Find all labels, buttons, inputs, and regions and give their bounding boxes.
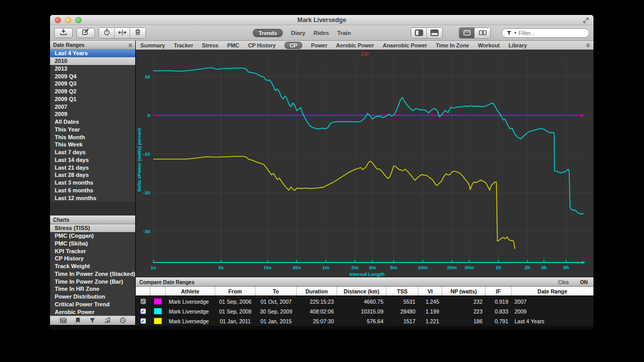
- view-train[interactable]: Train: [337, 30, 351, 36]
- clear-button[interactable]: Clea: [558, 279, 569, 285]
- list-item[interactable]: 2007: [50, 103, 135, 110]
- bookmark-icon[interactable]: [75, 316, 81, 325]
- list-item[interactable]: PMC (Skiba): [50, 240, 135, 248]
- trash-button[interactable]: [130, 28, 146, 38]
- layout-toggle-group: [459, 27, 491, 39]
- content: Date Ranges ≡ Last 4 Years201020132009 Q…: [50, 41, 593, 330]
- download-button[interactable]: [54, 28, 73, 38]
- charts-header-label: Charts: [53, 217, 70, 223]
- list-item[interactable]: Last 3 months: [50, 179, 135, 187]
- list-item[interactable]: CP History: [50, 255, 135, 262]
- cell-distance: 4660.75: [337, 299, 387, 305]
- table-icon[interactable]: [60, 316, 67, 325]
- list-item[interactable]: Last 4 Years: [50, 50, 135, 57]
- trash-icon: [135, 28, 141, 38]
- row-checkbox[interactable]: ✓: [140, 318, 146, 324]
- list-item[interactable]: 2009 Q4: [50, 72, 135, 80]
- close-icon[interactable]: [55, 17, 61, 23]
- toggle-bottom-panel-button[interactable]: [427, 28, 442, 38]
- expand-icon[interactable]: [583, 17, 589, 26]
- toolbar-right: ▼: [411, 27, 589, 39]
- tab-anaerobic-power[interactable]: Anaerobic Power: [383, 42, 427, 48]
- row-checkbox[interactable]: ✓: [140, 299, 146, 304]
- list-item[interactable]: Time In Power Zone (Stacked): [50, 270, 135, 278]
- cell-from: 01 Jan, 2011: [215, 318, 255, 324]
- tabbar-menu-icon[interactable]: ≡: [586, 42, 590, 49]
- list-item[interactable]: This Year: [50, 126, 135, 134]
- tab-summary[interactable]: Summary: [140, 42, 165, 48]
- tab-time-in-zone[interactable]: Time In Zone: [436, 42, 470, 48]
- cell-from: 01 Sep, 2008: [215, 308, 255, 315]
- tab-workout[interactable]: Workout: [478, 42, 500, 48]
- tab-library[interactable]: Library: [509, 42, 527, 48]
- table-row[interactable]: ✓Mark Liversedge01 Sep, 200601 Oct, 2007…: [136, 297, 593, 306]
- menu-icon[interactable]: ≡: [128, 43, 132, 48]
- list-item[interactable]: 2009 Q3: [50, 80, 135, 88]
- row-checkbox[interactable]: ✓: [140, 308, 146, 314]
- column-header: To: [255, 287, 297, 295]
- zoom-window-icon[interactable]: [75, 17, 82, 23]
- tab-power[interactable]: Power: [311, 42, 328, 48]
- list-item[interactable]: KPI Tracker: [50, 247, 135, 255]
- list-item[interactable]: This Month: [50, 133, 135, 141]
- list-item[interactable]: 2013: [50, 65, 135, 73]
- list-item[interactable]: Track Weight: [50, 262, 135, 270]
- chart-icon[interactable]: [104, 316, 111, 325]
- view-trends[interactable]: Trends: [253, 29, 283, 37]
- list-item[interactable]: 2010: [50, 57, 135, 65]
- stopwatch-button[interactable]: [99, 28, 115, 38]
- list-item[interactable]: PMC (Coggan): [50, 232, 135, 240]
- tab-aerobic-power[interactable]: Aerobic Power: [336, 42, 374, 48]
- filter-input[interactable]: [519, 30, 575, 36]
- compare-table-header: AthleteFromToDurationDistance (km)TSSVIN…: [136, 287, 593, 297]
- list-item[interactable]: Time In HR Zone: [50, 285, 135, 293]
- list-item[interactable]: Last 28 days: [50, 171, 135, 179]
- compare-table-body: ✓Mark Liversedge01 Sep, 200601 Oct, 2007…: [136, 297, 593, 326]
- tabbed-view-icon: [479, 28, 487, 38]
- list-item[interactable]: All Dates: [50, 118, 135, 126]
- list-item[interactable]: Last 12 months: [50, 194, 135, 202]
- view-switcher: TrendsDiaryRidesTrain: [253, 29, 351, 37]
- table-row[interactable]: ✓Mark Liversedge01 Sep, 200830 Sep, 2009…: [136, 306, 593, 316]
- split-view-button[interactable]: [115, 28, 130, 38]
- sidebar-gap: [50, 202, 135, 216]
- list-item[interactable]: 2009: [50, 110, 135, 118]
- tab-cp[interactable]: CP: [284, 42, 302, 49]
- clock-icon[interactable]: [120, 316, 126, 325]
- tab-pmc[interactable]: PMC: [227, 42, 239, 48]
- x-axis-arrow-icon: [582, 261, 585, 264]
- list-item[interactable]: 2009 Q1: [50, 95, 135, 103]
- toggle-left-panel-button[interactable]: [411, 28, 427, 38]
- list-item[interactable]: This Week: [50, 141, 135, 149]
- list-item[interactable]: Last 14 days: [50, 156, 135, 164]
- table-row[interactable]: ✓Mark Liversedge01 Jan, 201101 Jan, 2015…: [136, 316, 593, 326]
- cell-tss: 5531: [387, 299, 418, 305]
- list-item[interactable]: 2009 Q2: [50, 88, 135, 95]
- tabbed-view-button[interactable]: [475, 28, 490, 38]
- toolbar: TrendsDiaryRidesTrain ▼: [50, 25, 593, 41]
- list-item[interactable]: Last 21 days: [50, 163, 135, 171]
- list-item[interactable]: Stress (TISS): [50, 224, 135, 232]
- list-item[interactable]: Time In Power Zone (Bar): [50, 277, 135, 285]
- view-diary[interactable]: Diary: [291, 30, 305, 36]
- filter-field[interactable]: ▼: [502, 28, 589, 38]
- compare-on-toggle[interactable]: ON: [580, 279, 588, 285]
- compose-button[interactable]: [76, 28, 95, 38]
- list-item[interactable]: Power Distribution: [50, 293, 135, 301]
- funnel-icon[interactable]: [89, 316, 95, 325]
- list-item[interactable]: Aerobic Power: [50, 308, 135, 316]
- tiled-view-button[interactable]: [459, 28, 475, 38]
- tab-cp-history[interactable]: CP History: [248, 42, 276, 48]
- minimize-icon[interactable]: [65, 17, 71, 23]
- list-item[interactable]: Last 6 months: [50, 187, 135, 194]
- list-item[interactable]: Last 7 days: [50, 149, 135, 156]
- cell-to: 01 Jan, 2015: [255, 318, 297, 324]
- tab-tracker[interactable]: Tracker: [174, 42, 193, 48]
- x-tick-label: 2m: [351, 265, 359, 270]
- tab-stress[interactable]: Stress: [202, 42, 218, 48]
- cell-distance: 576.64: [337, 318, 387, 324]
- view-rides[interactable]: Rides: [314, 30, 329, 36]
- list-item[interactable]: Critical Power Trend: [50, 301, 135, 308]
- main-area: SummaryTrackerStressPMCCP HistoryCPPower…: [136, 41, 593, 330]
- y-tick-label: -30: [143, 228, 150, 234]
